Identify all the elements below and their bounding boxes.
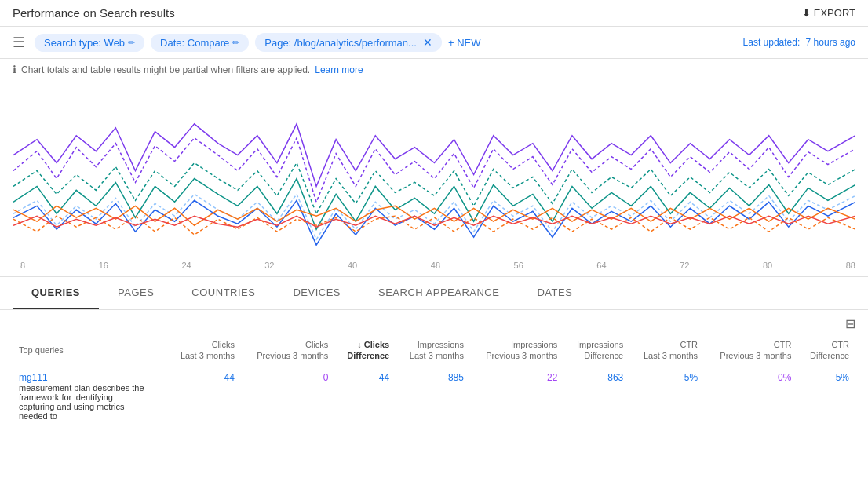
cell-impr-l3m: 885 — [396, 367, 470, 425]
col-clicks-diff[interactable]: ↓Clicks Difference — [334, 334, 396, 367]
table-header: Top queries Clicks Last 3 months Clicks … — [13, 334, 855, 367]
data-table: Top queries Clicks Last 3 months Clicks … — [13, 334, 855, 425]
col-ctr-prev[interactable]: CTR Previous 3 months — [704, 334, 797, 367]
page-filter[interactable]: Page: /blog/analytics/performan... ✕ — [255, 33, 442, 52]
menu-icon[interactable]: ☰ — [13, 34, 25, 51]
page-label: Page: /blog/analytics/performan... — [264, 37, 417, 49]
date-label: Date: Compare — [160, 37, 229, 49]
page-title: Performance on Search results — [13, 6, 175, 20]
new-button[interactable]: + NEW — [448, 37, 481, 49]
performance-chart — [13, 93, 855, 257]
tab-countries[interactable]: COUNTRIES — [173, 277, 274, 309]
last-updated-label: Last updated: — [743, 37, 801, 48]
info-icon: ℹ — [13, 64, 16, 75]
tab-pages[interactable]: PAGES — [99, 277, 173, 309]
cell-impr-prev: 22 — [470, 367, 563, 425]
col-impr-prev[interactable]: Impressions Previous 3 months — [470, 334, 563, 367]
chart-area: 8 16 24 32 40 48 56 64 72 80 88 — [0, 80, 868, 277]
last-updated: Last updated: 7 hours ago — [743, 37, 855, 48]
tab-search-appearance[interactable]: SEARCH APPEARANCE — [359, 277, 518, 309]
header: Performance on Search results ⬇ EXPORT — [0, 0, 868, 27]
export-button[interactable]: ⬇ EXPORT — [802, 7, 855, 19]
cell-clicks-l3m: 44 — [166, 367, 241, 425]
cell-impr-diff: 863 — [563, 367, 629, 425]
cell-ctr-l3m: 5% — [629, 367, 704, 425]
edit-icon: ✏ — [128, 38, 135, 48]
cell-clicks-diff: 44 — [334, 367, 396, 425]
tab-devices[interactable]: DEVICES — [274, 277, 359, 309]
table-area: ⊟ Top queries Clicks Last 3 months Click… — [0, 310, 868, 425]
col-clicks-prev[interactable]: Clicks Previous 3 months — [241, 334, 334, 367]
tab-dates[interactable]: DATES — [518, 277, 591, 309]
cell-query[interactable]: mg111 measurement plan describes the fra… — [13, 367, 166, 425]
info-text: Chart totals and table results might be … — [21, 64, 310, 75]
search-type-filter[interactable]: Search type: Web ✏ — [35, 34, 144, 52]
export-label: EXPORT — [814, 7, 855, 19]
cell-ctr-prev: 0% — [704, 367, 797, 425]
col-clicks-l3m[interactable]: Clicks Last 3 months — [166, 334, 241, 367]
chart-container — [13, 93, 855, 257]
new-label: + NEW — [448, 37, 481, 49]
info-bar: ℹ Chart totals and table results might b… — [0, 59, 868, 80]
tabs: QUERIES PAGES COUNTRIES DEVICES SEARCH A… — [0, 277, 868, 310]
x-axis: 8 16 24 32 40 48 56 64 72 80 88 — [13, 257, 855, 270]
last-updated-time: 7 hours ago — [806, 37, 855, 48]
edit-icon: ✏ — [232, 38, 239, 48]
col-ctr-diff[interactable]: CTR Difference — [797, 334, 855, 367]
table-filter-icon[interactable]: ⊟ — [845, 316, 855, 331]
col-impr-l3m[interactable]: Impressions Last 3 months — [396, 334, 470, 367]
filter-bar: ☰ Search type: Web ✏ Date: Compare ✏ Pag… — [0, 27, 868, 59]
page-filter-close[interactable]: ✕ — [423, 36, 432, 49]
cell-ctr-diff: 5% — [797, 367, 855, 425]
cell-clicks-prev: 0 — [241, 367, 334, 425]
col-impr-diff[interactable]: Impressions Difference — [563, 334, 629, 367]
date-filter[interactable]: Date: Compare ✏ — [151, 34, 249, 52]
export-icon: ⬇ — [802, 7, 811, 19]
tab-queries[interactable]: QUERIES — [13, 277, 99, 309]
table-header-row: ⊟ — [13, 310, 855, 334]
search-type-label: Search type: Web — [44, 37, 125, 49]
col-ctr-l3m[interactable]: CTR Last 3 months — [629, 334, 704, 367]
table-row: mg111 measurement plan describes the fra… — [13, 367, 855, 425]
col-query: Top queries — [13, 334, 166, 367]
learn-more-link[interactable]: Learn more — [315, 64, 363, 75]
